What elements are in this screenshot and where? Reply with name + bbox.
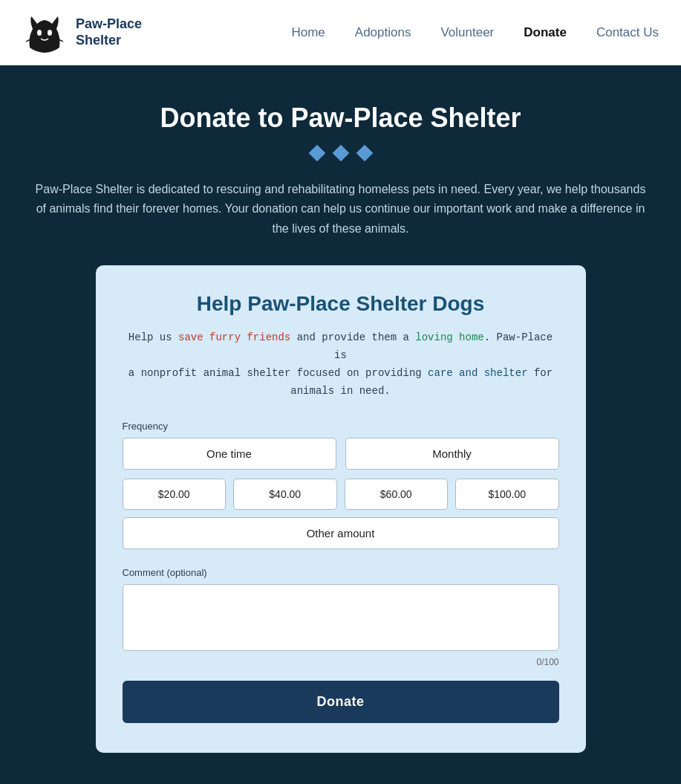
card-description: Help us save furry friends and provide t… bbox=[123, 329, 559, 400]
diamond-icon-2 bbox=[332, 145, 349, 162]
donation-card: Help Paw-Place Shelter Dogs Help us save… bbox=[96, 265, 586, 753]
nav-links: Home Adoptions Volunteer Donate Contact … bbox=[291, 25, 659, 40]
frequency-one-time-button[interactable]: One time bbox=[123, 438, 336, 470]
desc-highlight-green: loving home bbox=[415, 331, 483, 343]
diamond-icon-1 bbox=[308, 145, 325, 162]
nav-link-volunteer[interactable]: Volunteer bbox=[440, 25, 494, 40]
amount-60-button[interactable]: $60.00 bbox=[345, 479, 449, 510]
page-title: Donate to Paw-Place Shelter bbox=[30, 103, 651, 134]
desc-highlight-blue: care and shelter bbox=[428, 367, 527, 379]
decorative-diamonds bbox=[30, 147, 651, 159]
other-amount-button[interactable]: Other amount bbox=[123, 517, 559, 549]
amount-40-button[interactable]: $40.00 bbox=[233, 479, 337, 510]
comment-label: Comment (optional) bbox=[123, 567, 559, 578]
main-content: Donate to Paw-Place Shelter Paw-Place Sh… bbox=[0, 65, 681, 784]
logo[interactable]: Paw-Place Shelter bbox=[22, 10, 142, 55]
frequency-label: Frequency bbox=[123, 421, 559, 432]
amount-row: $20.00 $40.00 $60.00 $100.00 bbox=[123, 479, 559, 510]
card-title: Help Paw-Place Shelter Dogs bbox=[123, 292, 559, 316]
svg-point-2 bbox=[37, 30, 42, 36]
donate-submit-button[interactable]: Donate bbox=[123, 681, 559, 723]
char-count: 0/100 bbox=[123, 657, 559, 667]
desc-highlight-red: save furry friends bbox=[178, 331, 290, 343]
amount-100-button[interactable]: $100.00 bbox=[455, 479, 559, 510]
amount-20-button[interactable]: $20.00 bbox=[123, 479, 227, 510]
navbar: Paw-Place Shelter Home Adoptions Volunte… bbox=[0, 0, 681, 65]
logo-text: Paw-Place Shelter bbox=[76, 16, 142, 48]
diamond-icon-3 bbox=[356, 145, 373, 162]
nav-link-donate[interactable]: Donate bbox=[524, 25, 567, 40]
frequency-monthly-button[interactable]: Monthly bbox=[345, 438, 559, 470]
nav-link-contact[interactable]: Contact Us bbox=[596, 25, 659, 40]
cat-logo-icon bbox=[22, 10, 67, 55]
nav-link-home[interactable]: Home bbox=[291, 25, 325, 40]
page-description: Paw-Place Shelter is dedicated to rescui… bbox=[30, 180, 651, 239]
svg-point-3 bbox=[48, 30, 52, 36]
nav-link-adoptions[interactable]: Adoptions bbox=[355, 25, 411, 40]
frequency-row: One time Monthly bbox=[123, 438, 559, 470]
comment-textarea[interactable] bbox=[123, 584, 559, 651]
